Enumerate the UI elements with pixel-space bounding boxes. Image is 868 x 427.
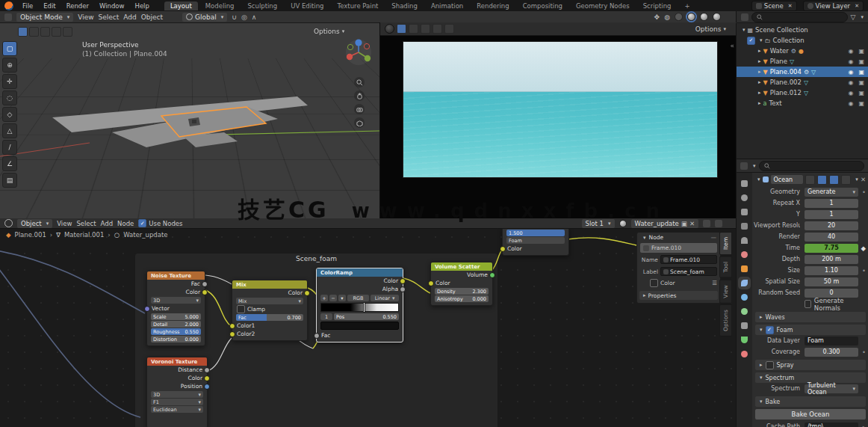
shader-type-dropdown[interactable]: Object▾ [17, 219, 52, 228]
outliner-row-text[interactable]: ▸a Text ◉ ▣ [737, 98, 868, 108]
shader-node-editor[interactable]: Object▾ View Select Add Node ✓ Use Nodes… [0, 218, 736, 427]
ramp-stop-index-field[interactable]: 1 [320, 313, 332, 320]
tab-options[interactable]: Options [719, 304, 732, 337]
menu-file[interactable]: File [18, 2, 37, 10]
ramp-position-field[interactable]: Pos0.550 [334, 313, 399, 320]
node-header[interactable]: Volume Scatter [431, 262, 492, 271]
pin-icon[interactable] [703, 220, 710, 227]
file-browse-icon[interactable]: ▸ [863, 423, 866, 427]
voronoi-dimensions-dropdown[interactable]: 3D▾ [151, 391, 203, 398]
render-sample-icon[interactable] [444, 24, 454, 34]
keyframe-diamond-icon[interactable]: ◆ [861, 245, 866, 252]
socket-alpha-out[interactable] [400, 286, 406, 292]
render-annotate-icon[interactable] [421, 24, 430, 34]
image-editor-icon[interactable] [385, 24, 394, 34]
add-cube-tool[interactable]: ▤ [2, 173, 17, 188]
size-field[interactable]: 1.10 [805, 266, 858, 275]
ramp-color-swatch[interactable] [320, 322, 399, 330]
node-name-input[interactable]: Frame.010 [660, 255, 717, 264]
properties-search-input[interactable] [759, 161, 864, 171]
use-nodes-checkbox[interactable]: ✓ Use Nodes [138, 219, 182, 227]
toggle-realtime-icon[interactable] [817, 175, 827, 185]
volume-density-field[interactable]: Density2.300 [435, 288, 489, 295]
mix-fac-slider[interactable]: Fac 0.700 [236, 314, 303, 321]
socket-color-out[interactable] [204, 375, 210, 381]
spray-enable-checkbox[interactable] [766, 361, 774, 369]
depth-field[interactable]: 200 m [805, 255, 858, 264]
node-color-checkbox[interactable]: Color ☰ [637, 277, 720, 289]
disable-render-icon[interactable]: ▣ [858, 48, 864, 55]
tab-modifiers[interactable] [740, 278, 749, 288]
socket-color1-in[interactable] [229, 323, 235, 329]
mix-clamp-checkbox[interactable]: Clamp [232, 305, 307, 313]
partial-foam-field[interactable]: Foam [506, 237, 565, 244]
viewport-options-dropdown[interactable]: Options▾ [314, 28, 344, 35]
collection-checkbox-icon[interactable]: ✓ [747, 37, 755, 45]
node-volume-scatter[interactable]: Volume Scatter Volume Color Density2.300… [430, 262, 493, 306]
node-partial[interactable]: 1.500 Foam Color [502, 229, 569, 256]
gizmo-toggle-icon[interactable]: ✥ [654, 13, 660, 21]
fake-user-shield-icon[interactable]: ▣ [681, 220, 687, 227]
measure-tool[interactable]: ∠ [2, 156, 17, 171]
scene-selector[interactable]: Scene ✕ [751, 1, 797, 11]
node-menu-node[interactable]: Node [117, 220, 134, 227]
tab-output[interactable] [740, 207, 749, 217]
outliner-filter-icon[interactable]: ▽ [851, 13, 856, 21]
volume-anisotropy-field[interactable]: Anisotropy0.000 [435, 295, 489, 302]
workspace-tab-geometry-nodes[interactable]: Geometry Nodes [570, 1, 636, 10]
select-box-tool[interactable]: ▢ [2, 41, 17, 56]
outliner-row-plane[interactable]: ▸▼ Plane ▽ ◉ ▣ [737, 56, 868, 67]
socket-color-in[interactable] [500, 246, 506, 252]
workspace-tab-texture-paint[interactable]: Texture Paint [332, 1, 385, 10]
node-menu-select[interactable]: Select [76, 220, 96, 227]
noise-detail-field[interactable]: Detail2.000 [151, 321, 201, 328]
geometry-dropdown[interactable]: Generate▾ [805, 188, 858, 197]
ortho-toggle-icon[interactable] [354, 117, 365, 128]
cache-path-input[interactable]: /tmp\ [805, 423, 858, 427]
repeat-x-field[interactable]: 1 [805, 199, 858, 208]
shader-editor-icon[interactable] [4, 219, 13, 227]
node-label-input[interactable]: Scene_foam [660, 267, 717, 276]
socket-vector-in[interactable] [144, 306, 150, 312]
hide-eye-icon[interactable]: ◉ [848, 79, 853, 86]
workspace-tab-shading[interactable]: Shading [385, 1, 424, 10]
render-options-dropdown[interactable]: Options▾ [695, 25, 726, 33]
tweak-tool-icon[interactable] [18, 27, 28, 37]
tab-physics[interactable] [740, 307, 749, 316]
tab-item[interactable]: Item [719, 232, 732, 255]
workspace-tab-sculpting[interactable]: Sculpting [241, 1, 283, 10]
rotate-tool[interactable]: ◌ [2, 90, 17, 105]
move-tool[interactable]: ✛ [2, 74, 17, 89]
mode-dropdown[interactable]: Object Mode▾ [16, 13, 73, 22]
add-workspace-button[interactable]: + [678, 1, 695, 10]
ramp-gradient-bar[interactable] [320, 303, 399, 312]
foam-panel-header[interactable]: ▾ ✓ Foam [755, 325, 866, 335]
hide-eye-icon[interactable]: ◉ [848, 48, 853, 55]
foam-data-layer-input[interactable]: Foam [805, 337, 858, 345]
modifier-name-field[interactable]: Ocean [771, 175, 804, 184]
spectrum-dropdown[interactable]: Turbulent Ocean▾ [805, 384, 858, 393]
ramp-interpolation-dropdown[interactable]: Linear▾ [371, 295, 399, 301]
workspace-tab-rendering[interactable]: Rendering [471, 1, 515, 10]
shading-material-icon[interactable] [700, 13, 708, 21]
menu-window[interactable]: Window [95, 2, 129, 10]
ramp-color-mode-dropdown[interactable]: RGB [347, 295, 369, 301]
toggle-cage-icon[interactable] [841, 175, 851, 185]
tab-tool[interactable] [740, 179, 749, 188]
viewport-menu-object[interactable]: Object [141, 13, 163, 21]
socket-color-in[interactable] [428, 280, 434, 286]
tab-object-data[interactable] [740, 335, 749, 345]
socket-fac-out[interactable] [202, 281, 208, 287]
node-mix[interactable]: Mix Color Mix▾ Clamp Fac 0.700 Color1 Co… [232, 280, 308, 341]
socket-color-out[interactable] [202, 289, 208, 295]
viewport-menu-view[interactable]: View [78, 13, 93, 21]
snap-magnet-icon[interactable]: ∪ [232, 13, 237, 21]
select-lasso-mini-icon[interactable] [52, 27, 61, 37]
toggle-render-icon[interactable] [829, 175, 839, 185]
animate-dot-icon[interactable]: • [862, 348, 866, 356]
mix-blend-dropdown[interactable]: Mix▾ [236, 298, 303, 304]
view-layer-selector[interactable]: View Layer ✕ [803, 1, 864, 11]
view-layer-new-icon[interactable]: ✕ [855, 3, 859, 9]
unlink-icon[interactable]: ✕ [689, 220, 695, 227]
navigation-gizmo[interactable] [342, 37, 375, 70]
